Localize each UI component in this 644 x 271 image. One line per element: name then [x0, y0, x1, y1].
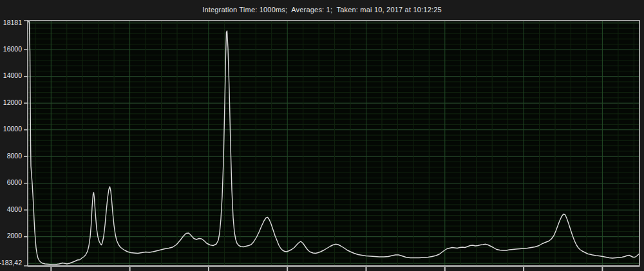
y-axis-label: -183,42	[0, 259, 22, 266]
x-axis-ticks	[51, 267, 602, 271]
y-axis-labels: 1818116000140001200010000800060004000200…	[0, 19, 22, 267]
y-axis-label: 10000	[3, 125, 22, 133]
spectrum-chart[interactable]: 1818116000140001200010000800060004000200…	[0, 0, 644, 271]
y-axis-label: 14000	[3, 71, 22, 79]
y-axis-label: 4000	[7, 205, 23, 213]
y-axis-label: 8000	[7, 152, 23, 160]
y-axis-label: 18181	[3, 19, 22, 26]
y-axis-label: 2000	[7, 232, 23, 239]
y-axis-label: 12000	[3, 98, 22, 106]
plot-background	[28, 21, 639, 266]
y-axis-label: 6000	[7, 178, 23, 186]
y-axis-label: 16000	[3, 45, 22, 53]
